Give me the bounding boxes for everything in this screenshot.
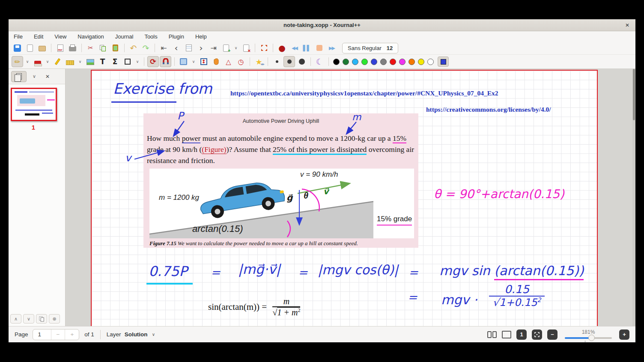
font-button[interactable]: Sans Regular 12 <box>342 43 398 53</box>
page-increment-button[interactable]: + <box>65 329 79 340</box>
customize-favorite-button[interactable]: ★ ✏ <box>253 56 265 67</box>
save-button[interactable] <box>12 42 23 53</box>
duplicate-page-button[interactable] <box>36 314 47 323</box>
copy-button[interactable] <box>97 42 109 53</box>
undo-button[interactable]: ↶ <box>128 42 139 53</box>
select-dropdown[interactable]: ∨ <box>190 56 197 67</box>
shape-dropdown[interactable]: ∨ <box>134 56 141 67</box>
paste-button[interactable] <box>110 42 121 53</box>
text-tool-button[interactable]: T <box>97 56 108 67</box>
journal-page[interactable]: Exercise from https://opentextbc.ca/univ… <box>91 70 598 326</box>
separator <box>250 57 250 66</box>
menu-tools[interactable]: Tools <box>143 33 158 41</box>
snap-rotation-button[interactable]: ⟳ <box>147 56 159 67</box>
title-bar[interactable]: note-taking.xopp - Xournal++ ✕ <box>9 19 635 31</box>
export-pdf-button[interactable]: PDF <box>54 42 66 53</box>
sidebar-pages-tab[interactable] <box>11 71 27 82</box>
ruler-dropdown[interactable]: ∨ <box>77 56 83 67</box>
add-page-dropdown[interactable]: ∨ <box>233 42 239 53</box>
layer-dropdown-chevron[interactable]: ∨ <box>152 332 155 337</box>
menu-plugin[interactable]: Plugin <box>168 33 185 41</box>
menu-file[interactable]: File <box>13 33 24 41</box>
pause-button[interactable]: ▌▌ <box>301 42 313 53</box>
zoom-slider-knob[interactable] <box>588 335 595 341</box>
line-thin-button[interactable] <box>271 56 283 67</box>
shape-recognizer-button[interactable]: △ <box>223 56 234 67</box>
color-green[interactable] <box>361 59 368 65</box>
license-url-link[interactable]: https://creativecommons.org/licenses/by/… <box>426 106 551 113</box>
color-orange[interactable] <box>408 59 415 65</box>
menu-edit[interactable]: Edit <box>33 33 44 41</box>
snap-grid-button[interactable] <box>160 56 171 67</box>
stop-button[interactable] <box>313 42 325 53</box>
rewind-button[interactable]: ◀◀ <box>289 42 300 53</box>
color-dark-green[interactable] <box>343 59 349 65</box>
zoom-in-button[interactable]: + <box>619 329 629 340</box>
zoom-out-button[interactable]: − <box>547 329 558 340</box>
first-page-button[interactable]: ⇤ <box>158 42 170 53</box>
hand-tool-button[interactable] <box>210 56 222 67</box>
print-button[interactable] <box>67 42 78 53</box>
insert-image-button[interactable] <box>84 56 96 67</box>
draw-circle-button[interactable]: ◷ <box>235 56 247 67</box>
color-cyan[interactable] <box>352 59 358 65</box>
color-gray[interactable] <box>380 59 387 65</box>
current-color-button[interactable] <box>438 56 449 67</box>
page-down-button[interactable]: ∨ <box>23 314 34 323</box>
line-medium-button[interactable] <box>283 56 295 67</box>
fill-button[interactable]: ☾ <box>314 56 325 67</box>
presentation-mode-button[interactable] <box>502 331 511 338</box>
sidebar-close-button[interactable]: ✕ <box>45 74 50 80</box>
vertical-scrollbar[interactable] <box>632 69 635 326</box>
fullscreen-button[interactable] <box>258 42 270 53</box>
menu-help[interactable]: Help <box>194 33 208 41</box>
math-tex-button[interactable]: Σ <box>109 56 121 67</box>
open-button[interactable] <box>36 42 48 53</box>
new-document-button[interactable] <box>24 42 36 53</box>
page-thumbnail[interactable] <box>11 88 57 121</box>
vertical-space-button[interactable]: ↕ <box>198 56 209 67</box>
last-page-button[interactable]: ⇥ <box>208 42 219 53</box>
shape-tool-button[interactable] <box>122 56 133 67</box>
redo-button[interactable]: ↷ <box>140 42 152 53</box>
page-number-input[interactable]: 1 <box>33 329 51 340</box>
zoom-fit-button[interactable] <box>532 329 542 340</box>
color-white[interactable] <box>427 59 434 65</box>
menu-journal[interactable]: Journal <box>114 33 134 41</box>
zoom-slider[interactable] <box>565 335 612 340</box>
page-indicator-button[interactable]: 1 <box>516 329 527 340</box>
menu-navigation[interactable]: Navigation <box>77 33 104 41</box>
ruler-tool-button[interactable] <box>64 56 76 67</box>
color-black[interactable] <box>333 59 340 65</box>
cut-button[interactable]: ✂ <box>85 42 96 53</box>
eraser-dropdown[interactable]: ∨ <box>44 56 51 67</box>
eraser-tool-button[interactable] <box>32 56 43 67</box>
color-magenta[interactable] <box>399 59 405 65</box>
document-canvas[interactable]: Exercise from https://opentextbc.ca/univ… <box>66 69 635 326</box>
color-blue[interactable] <box>371 59 377 65</box>
menu-view[interactable]: View <box>54 33 67 41</box>
close-window-button[interactable]: ✕ <box>623 21 631 29</box>
page-decrement-button[interactable]: − <box>51 329 65 340</box>
highlighter-tool-button[interactable] <box>52 56 63 67</box>
sidebar-dropdown[interactable]: ∨ <box>33 74 39 79</box>
color-yellow[interactable] <box>418 59 424 65</box>
pen-dropdown[interactable]: ∨ <box>24 56 31 67</box>
page-up-button[interactable]: ∧ <box>10 314 21 323</box>
forward-button[interactable]: ▶▶ <box>326 42 337 53</box>
scrollbar-thumb[interactable] <box>633 69 635 120</box>
color-red[interactable] <box>390 59 396 65</box>
line-thick-button[interactable] <box>296 56 307 67</box>
dual-page-view-button[interactable] <box>487 331 497 338</box>
layer-value[interactable]: Solution <box>125 331 148 338</box>
page-spinner: 1 − + <box>33 329 80 340</box>
delete-page-button[interactable]: ✕ <box>240 42 252 53</box>
close-pages-button[interactable]: ⊗ <box>49 314 60 323</box>
next-page-button[interactable]: › <box>195 42 207 53</box>
select-rect-button[interactable] <box>178 56 189 67</box>
pen-tool-button[interactable]: ✏ <box>12 56 23 67</box>
record-button[interactable]: ● <box>276 42 288 53</box>
add-page-button[interactable]: + <box>220 42 232 53</box>
goto-page-button[interactable] <box>183 42 194 53</box>
previous-page-button[interactable]: ‹ <box>170 42 182 53</box>
